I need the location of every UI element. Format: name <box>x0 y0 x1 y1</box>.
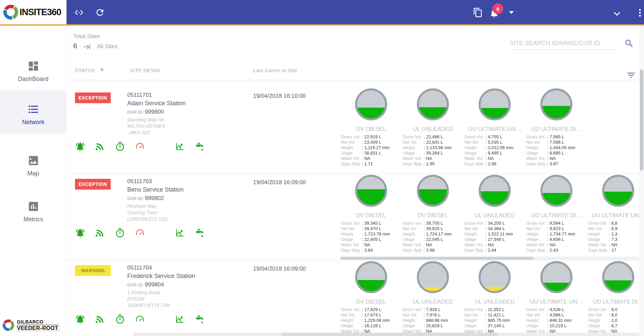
tank-field-value: : 8,7 <box>609 323 617 329</box>
alarm-bell-icon[interactable] <box>75 314 85 325</box>
tank-field-label: Days Sply <box>526 248 547 253</box>
pump-icon[interactable] <box>194 141 205 152</box>
tank-field-label: Height <box>464 231 485 237</box>
column-header-site-detail: SITE DETAIL <box>130 67 161 73</box>
list-icon <box>27 103 39 115</box>
app-logo[interactable]: INSITE360 <box>0 0 66 24</box>
sidebar-item-metrics[interactable]: Metrics <box>0 196 66 228</box>
filter-icon[interactable] <box>626 70 636 78</box>
tank-level-icon[interactable] <box>155 314 165 325</box>
tank-data: Gross Vol: 22,486 LNet Vol: 22,641 LHeig… <box>403 134 463 167</box>
goto-arrow-icon <box>83 43 91 51</box>
tank-field-row: Gross Vol: 11,352 L <box>464 307 525 312</box>
app-logo-text: INSITE360 <box>20 7 61 18</box>
site-row[interactable]: EXCEPTION05111701Adam Service StationGVR… <box>66 80 644 174</box>
tank-field-row: Ullage: 39,264 L <box>403 150 463 156</box>
comm-signal-icon[interactable] <box>95 228 105 238</box>
trend-chart-icon[interactable] <box>175 228 185 238</box>
pump-icon[interactable] <box>194 228 205 238</box>
tank-field-row: Net Vol: 7,978 L <box>403 312 463 318</box>
refresh-icon[interactable] <box>95 7 105 18</box>
status-badge: EXCEPTION <box>75 92 111 103</box>
notification-count-badge: 0 <box>492 3 503 14</box>
tank-field-row: Ullage: 9,495 L <box>464 150 525 156</box>
tank-level-gauge <box>355 175 387 207</box>
comm-signal-icon[interactable] <box>95 141 105 152</box>
tank-field-label: Net Vol <box>403 226 424 231</box>
tank-field-label: Gross Vol <box>403 221 424 226</box>
gvr-id-value: 999804 <box>145 281 164 288</box>
tank-field-row: Water Vol: NA <box>526 242 587 248</box>
speedometer-icon[interactable] <box>135 314 145 325</box>
tank-field-label: Gross Vol <box>403 307 424 312</box>
comm-signal-icon[interactable] <box>95 314 105 325</box>
tank-data: Gross Vol: 11,352 LNet Vol: 11,421 LHeig… <box>464 307 525 336</box>
tank-field-label: Gross Vol <box>526 307 547 312</box>
tank-field-label: Height <box>464 145 485 150</box>
tank-level-icon[interactable] <box>155 141 165 152</box>
tank-field-row: Gross Vol: 9,594 L <box>526 221 587 226</box>
tank-strip-scrollbar[interactable] <box>340 257 639 260</box>
tank-field-row: Ullage: 10,219 L <box>526 323 587 329</box>
pump-icon[interactable] <box>194 314 205 325</box>
alarm-bell-icon[interactable] <box>75 228 85 238</box>
speedometer-icon[interactable] <box>135 141 145 152</box>
tank-field-value: : 3.98 <box>424 248 435 253</box>
kebab-menu-icon[interactable] <box>635 8 644 18</box>
tank-field-value: : 2.43 <box>547 248 558 253</box>
app-window: 0 INSITE360 DashBoard Network Map Metric… <box>0 0 644 336</box>
tank-field-row: Gross Vol: 4,755 L <box>464 134 525 140</box>
notifications-caret-icon[interactable] <box>509 11 514 14</box>
sort-descending-icon[interactable] <box>99 66 105 73</box>
site-search-input[interactable] <box>510 38 618 50</box>
tank-field-value: : 3.64 <box>362 248 373 253</box>
code-console-icon[interactable] <box>74 7 84 18</box>
tank-field-label: Days Sply <box>464 161 485 167</box>
all-sites-filter-label[interactable]: All Sites <box>97 43 117 50</box>
dashboard-icon <box>27 60 39 72</box>
tank-field-value: : 22,486 L <box>424 134 443 140</box>
horizontal-scrollbar-thumb[interactable] <box>281 333 498 336</box>
sidebar-item-network[interactable]: Network <box>0 90 66 134</box>
site-row[interactable]: EXCEPTION05111703Bens Service StationGVR… <box>66 174 644 260</box>
sidebar-item-dashboard[interactable]: DashBoard <box>0 55 66 90</box>
tank-field-value: : 39,264 L <box>424 150 443 156</box>
tank-field-label: Ullage <box>464 150 485 156</box>
tank-field-label: Gross Vol <box>588 221 609 226</box>
tank-field-value: : 11,352 L <box>485 307 505 312</box>
tank-level-icon[interactable] <box>155 228 165 238</box>
site-row[interactable]: WARNING05111704Frederick Service Station… <box>66 260 644 336</box>
gilbarco-veeder-root-logo: GILBARCO VEEDER-ROOT <box>3 318 60 332</box>
tank-field-value: : 25,829 L <box>424 323 443 329</box>
sidebar-item-map[interactable]: Map <box>0 150 66 182</box>
trend-chart-icon[interactable] <box>175 141 185 152</box>
alarm-bell-icon[interactable] <box>75 141 85 152</box>
timer-icon[interactable] <box>115 314 125 325</box>
timer-icon[interactable] <box>115 141 125 152</box>
tank-field-row: Ullage: 8,7 <box>588 323 639 329</box>
tank-gauges-strip: DV DIESELGross Vol: 17,629 LNet Vol: 17,… <box>340 261 639 336</box>
horizontal-scrollbar[interactable] <box>133 333 639 336</box>
timer-icon[interactable] <box>115 228 125 238</box>
last-comm-timestamp: 19/04/2018 16:10:00 <box>253 93 306 100</box>
tank-field-value: : 1,119.27 mm <box>362 145 390 150</box>
tank-data: Gross Vol: 4,538 LNet Vol: 4,566 LHeight… <box>526 307 587 336</box>
column-header-status[interactable]: STATUS <box>75 67 95 73</box>
tank-field-row: Water Vol: NA <box>464 242 525 248</box>
tank-data: Gross Vol: 9,594 LNet Vol: 9,623 LHeight… <box>526 221 587 253</box>
tank-field-value: : 39,470 L <box>362 226 381 231</box>
tank-field-value: : 1,522.11 mm <box>485 231 513 237</box>
last-comm-timestamp: 19/04/2018 16:09:00 <box>253 265 306 272</box>
copy-icon[interactable] <box>473 7 483 18</box>
tank-strip-scrollbar-thumb[interactable] <box>340 257 533 260</box>
vertical-scrollbar-thumb[interactable] <box>640 69 643 171</box>
search-icon[interactable] <box>624 38 634 49</box>
trend-chart-icon[interactable] <box>175 314 185 325</box>
site-list: EXCEPTION05111701Adam Service StationGVR… <box>66 80 644 336</box>
speedometer-icon[interactable] <box>135 228 145 238</box>
vertical-scrollbar[interactable] <box>639 26 644 336</box>
tank-field-row: Height: 688.98 mm <box>403 318 463 323</box>
tank-field-label: Net Vol <box>403 312 424 318</box>
site-id: 05111704 <box>127 264 152 271</box>
chevron-down-icon[interactable] <box>612 9 622 19</box>
